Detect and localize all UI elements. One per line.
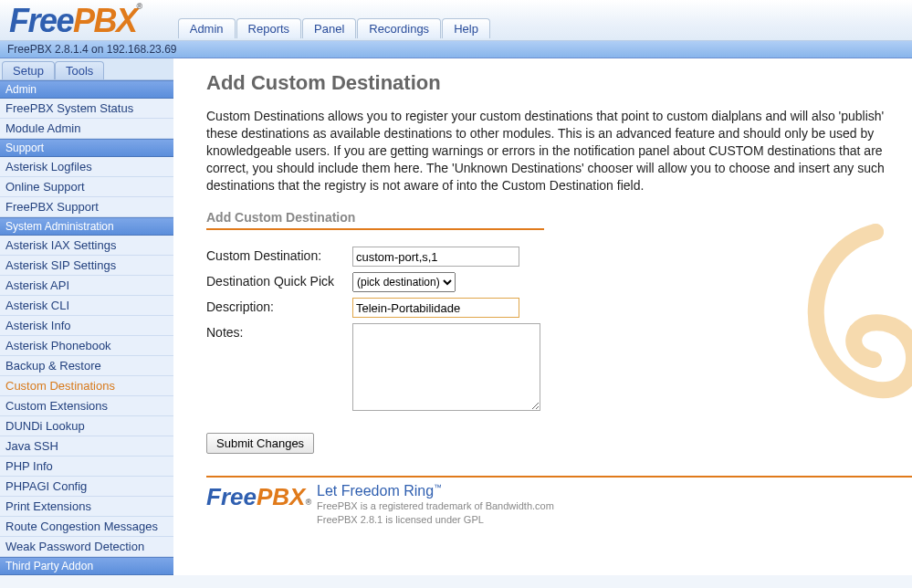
sidebar-item-weak-password-detection[interactable]: Weak Password Detection [0,537,173,557]
notes-textarea[interactable] [352,323,540,411]
sidebar-item-asterisk-info[interactable]: Asterisk Info [0,316,173,336]
svg-point-0 [867,224,884,240]
page-title: Add Custom Destination [206,71,912,95]
sidebar-item-java-ssh[interactable]: Java SSH [0,436,173,457]
sidebar-section-support: Support [0,139,173,157]
sidebar-item-freepbx-system-status[interactable]: FreePBX System Status [0,99,173,119]
sidebar-item-freepbx-support[interactable]: FreePBX Support [0,197,173,217]
submit-button[interactable]: Submit Changes [206,433,314,454]
sidebar-section-system-administration: System Administration [0,217,173,236]
topnav-tab-recordings[interactable]: Recordings [357,18,441,38]
footer-slogan: Let Freedom Ring™ [317,483,554,499]
sidebar-item-phpagi-config[interactable]: PHPAGI Config [0,477,173,497]
description-label: Description: [206,298,352,314]
sidebar-item-module-admin[interactable]: Module Admin [0,119,173,139]
sidebar-tab-tools[interactable]: Tools [55,61,104,79]
version-bar: FreePBX 2.8.1.4 on 192.168.23.69 [0,41,912,58]
sidebar-item-asterisk-api[interactable]: Asterisk API [0,276,173,296]
footer-copy-2: FreePBX 2.8.1 is licensed under GPL [317,513,554,526]
sidebar-item-custom-extensions[interactable]: Custom Extensions [0,396,173,416]
topnav-tab-admin[interactable]: Admin [178,18,236,38]
sidebar: SetupTools AdminFreePBX System StatusMod… [0,58,173,575]
form-section-title: Add Custom Destination [206,210,544,230]
footer: FreePBX® Let Freedom Ring™ FreePBX is a … [206,476,912,526]
sidebar-item-backup-restore[interactable]: Backup & Restore [0,356,173,376]
sidebar-item-online-support[interactable]: Online Support [0,177,173,197]
notes-label: Notes: [206,323,352,340]
sidebar-item-print-extensions[interactable]: Print Extensions [0,497,173,517]
freepbx-logo: FreePBX® [9,2,142,40]
intro-text: Custom Destinations allows you to regist… [206,108,912,194]
sidebar-item-php-info[interactable]: PHP Info [0,457,173,477]
top-nav: AdminReportsPanelRecordingsHelp [178,18,491,40]
custom-destination-label: Custom Destination: [206,247,352,263]
sidebar-item-asterisk-sip-settings[interactable]: Asterisk SIP Settings [0,256,173,276]
footer-copy-1: FreePBX is a registered trademark of Ban… [317,499,554,512]
sidebar-item-route-congestion-messages[interactable]: Route Congestion Messages [0,517,173,537]
sidebar-item-dundi-lookup[interactable]: DUNDi Lookup [0,416,173,436]
description-input[interactable] [352,298,519,318]
topnav-tab-panel[interactable]: Panel [302,18,356,38]
quickpick-select[interactable]: (pick destination) [352,272,456,292]
sidebar-tabs: SetupTools [0,58,173,80]
main-content: Add Custom Destination Custom Destinatio… [173,58,912,575]
sidebar-item-asterisk-iax-settings[interactable]: Asterisk IAX Settings [0,236,173,256]
quickpick-label: Destination Quick Pick [206,272,352,289]
topnav-tab-help[interactable]: Help [442,18,490,38]
custom-destination-input[interactable] [352,247,519,267]
sidebar-item-asterisk-cli[interactable]: Asterisk CLI [0,296,173,316]
sidebar-section-admin: Admin [0,80,173,99]
sidebar-item-asterisk-logfiles[interactable]: Asterisk Logfiles [0,157,173,177]
topnav-tab-reports[interactable]: Reports [236,18,302,38]
sidebar-tab-setup[interactable]: Setup [2,61,55,79]
sidebar-item-asterisk-phonebook[interactable]: Asterisk Phonebook [0,336,173,356]
sidebar-section-third-party-addon: Third Party Addon [0,557,173,575]
header-bar: FreePBX® AdminReportsPanelRecordingsHelp [0,0,912,41]
sidebar-item-custom-destinations[interactable]: Custom Destinations [0,376,173,396]
footer-logo: FreePBX® [206,483,311,511]
